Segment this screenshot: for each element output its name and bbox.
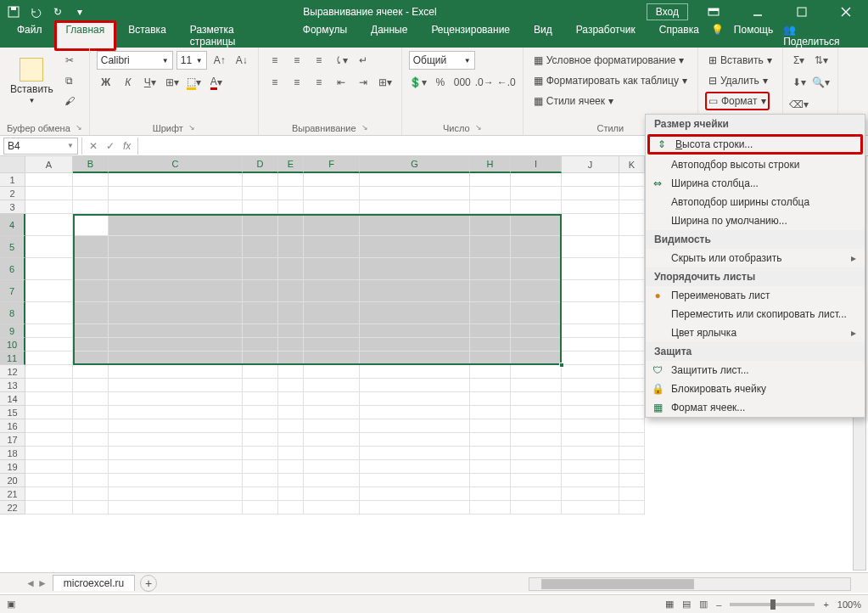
font-name-combo[interactable]: Calibri▼ bbox=[97, 51, 173, 70]
row-header[interactable]: 21 bbox=[0, 487, 25, 501]
cell[interactable] bbox=[109, 447, 243, 460]
cell[interactable] bbox=[470, 447, 511, 460]
merge-button[interactable]: ⊞▾ bbox=[376, 73, 395, 92]
ribbon-tab-вид[interactable]: Вид bbox=[522, 20, 564, 51]
cell[interactable] bbox=[25, 280, 73, 302]
cell[interactable] bbox=[360, 447, 470, 460]
cell[interactable] bbox=[511, 447, 562, 460]
cell[interactable] bbox=[511, 365, 562, 379]
row-header[interactable]: 19 bbox=[0, 460, 25, 474]
ribbon-tab-разработчик[interactable]: Разработчик bbox=[564, 20, 647, 51]
cell[interactable] bbox=[278, 365, 304, 379]
cell[interactable] bbox=[470, 474, 511, 487]
cell[interactable] bbox=[619, 474, 645, 487]
copy-button[interactable]: ⧉ bbox=[60, 71, 79, 90]
cell[interactable] bbox=[304, 338, 360, 351]
alignment-launcher-icon[interactable]: ↘ bbox=[361, 123, 368, 133]
cell[interactable] bbox=[470, 280, 511, 302]
cell[interactable] bbox=[562, 200, 619, 214]
cell[interactable] bbox=[619, 365, 645, 379]
cell[interactable] bbox=[511, 173, 562, 187]
fill-handle[interactable] bbox=[559, 363, 564, 368]
cell[interactable] bbox=[470, 338, 511, 351]
cell[interactable] bbox=[109, 187, 243, 200]
row-header[interactable]: 3 bbox=[0, 200, 25, 214]
row-header[interactable]: 12 bbox=[0, 365, 25, 379]
cell[interactable] bbox=[562, 236, 619, 258]
cell[interactable] bbox=[619, 200, 645, 214]
cell[interactable] bbox=[619, 302, 645, 324]
cell[interactable] bbox=[243, 324, 278, 338]
comma-format-icon[interactable]: 000 bbox=[453, 73, 472, 92]
row-header[interactable]: 13 bbox=[0, 379, 25, 392]
cell[interactable] bbox=[278, 258, 304, 280]
decrease-indent-icon[interactable]: ⇤ bbox=[332, 73, 350, 92]
col-header[interactable]: G bbox=[360, 156, 470, 173]
cell[interactable] bbox=[278, 406, 304, 419]
row-header[interactable]: 22 bbox=[0, 501, 25, 515]
maximize-button[interactable] bbox=[783, 0, 820, 24]
cell[interactable] bbox=[304, 501, 360, 515]
accounting-format-icon[interactable]: 💲▾ bbox=[409, 73, 428, 92]
cell[interactable] bbox=[73, 258, 109, 280]
row-header[interactable]: 7 bbox=[0, 280, 25, 302]
cell[interactable] bbox=[562, 258, 619, 280]
cell[interactable] bbox=[360, 236, 470, 258]
redo-icon[interactable]: ↻ bbox=[48, 3, 68, 21]
row-header[interactable]: 11 bbox=[0, 351, 25, 365]
share-button[interactable]: 👥 Поделиться bbox=[783, 24, 854, 48]
cell[interactable] bbox=[73, 447, 109, 460]
cell[interactable] bbox=[243, 501, 278, 515]
row-header[interactable]: 10 bbox=[0, 338, 25, 351]
cell[interactable] bbox=[25, 214, 73, 236]
ribbon-tab-главная[interactable]: Главная bbox=[54, 20, 117, 51]
cell[interactable] bbox=[304, 187, 360, 200]
cell[interactable] bbox=[109, 460, 243, 474]
cell[interactable] bbox=[243, 200, 278, 214]
cell[interactable] bbox=[243, 379, 278, 392]
cell[interactable] bbox=[109, 236, 243, 258]
tab-nav-prev-icon[interactable]: ◄ bbox=[25, 577, 36, 589]
cell[interactable] bbox=[360, 324, 470, 338]
cell[interactable] bbox=[109, 419, 243, 433]
paste-button[interactable]: Вставить ▼ bbox=[7, 56, 57, 106]
zoom-level[interactable]: 100% bbox=[837, 599, 861, 610]
ribbon-tab-формулы[interactable]: Формулы bbox=[291, 20, 359, 51]
cell[interactable] bbox=[360, 487, 470, 501]
cell[interactable] bbox=[109, 338, 243, 351]
cell[interactable] bbox=[470, 406, 511, 419]
menu-col-width[interactable]: ⇔Ширина столбца... bbox=[646, 174, 865, 193]
delete-cells-button[interactable]: ⊟ Удалить ▾ bbox=[705, 71, 771, 90]
cell[interactable] bbox=[619, 433, 645, 447]
cell[interactable] bbox=[73, 379, 109, 392]
decrease-font-icon[interactable]: A↓ bbox=[232, 51, 251, 70]
ribbon-tab-рецензирование[interactable]: Рецензирование bbox=[419, 20, 522, 51]
cell[interactable] bbox=[243, 487, 278, 501]
cell[interactable] bbox=[562, 324, 619, 338]
row-header[interactable]: 18 bbox=[0, 447, 25, 460]
cell[interactable] bbox=[243, 460, 278, 474]
cell[interactable] bbox=[562, 501, 619, 515]
cell[interactable] bbox=[25, 200, 73, 214]
cell[interactable] bbox=[360, 200, 470, 214]
menu-autofit-col[interactable]: Автоподбор ширины столбца bbox=[646, 193, 865, 211]
cell[interactable] bbox=[304, 365, 360, 379]
cell[interactable] bbox=[243, 474, 278, 487]
cell[interactable] bbox=[470, 173, 511, 187]
row-header[interactable]: 9 bbox=[0, 324, 25, 338]
cell[interactable] bbox=[73, 392, 109, 406]
align-right-icon[interactable]: ≡ bbox=[310, 73, 328, 92]
cell[interactable] bbox=[25, 501, 73, 515]
autosum-button[interactable]: Σ▾ bbox=[790, 51, 809, 70]
cell[interactable] bbox=[562, 365, 619, 379]
cell[interactable] bbox=[562, 447, 619, 460]
col-header[interactable]: I bbox=[511, 156, 562, 173]
number-format-combo[interactable]: Общий▼ bbox=[409, 51, 475, 70]
cell[interactable] bbox=[619, 280, 645, 302]
cell[interactable] bbox=[243, 351, 278, 365]
cell[interactable] bbox=[73, 214, 109, 236]
cell[interactable] bbox=[470, 236, 511, 258]
cell[interactable] bbox=[109, 365, 243, 379]
cell[interactable] bbox=[243, 236, 278, 258]
ribbon-tab-вставка[interactable]: Вставка bbox=[116, 20, 178, 51]
